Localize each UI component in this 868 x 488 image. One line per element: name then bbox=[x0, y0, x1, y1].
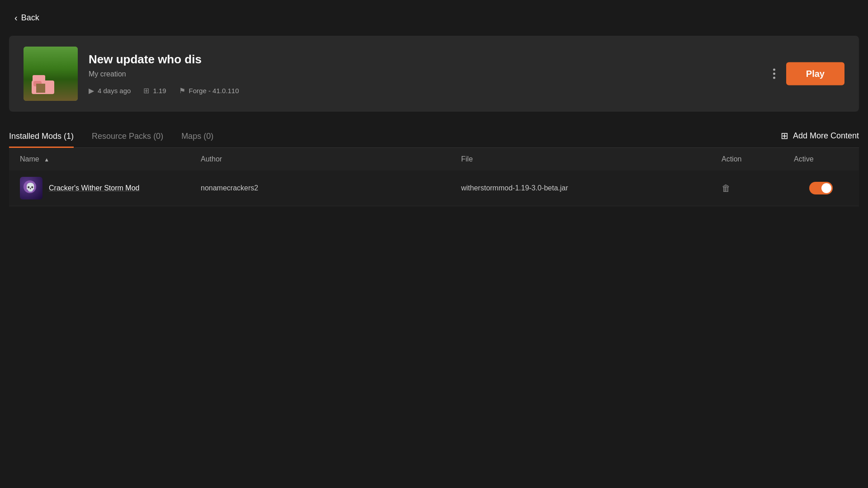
back-button[interactable]: ‹ Back bbox=[0, 0, 54, 36]
col-header-author: Author bbox=[201, 155, 461, 163]
tab-maps-count: (0) bbox=[203, 132, 213, 141]
tabs-section: Installed Mods (1) Resource Packs (0) Ma… bbox=[9, 126, 859, 148]
time-ago: 4 days ago bbox=[98, 87, 131, 95]
add-content-label: Add More Content bbox=[793, 131, 859, 141]
sort-icon: ▲ bbox=[44, 156, 49, 163]
tab-resource-packs-label: Resource Packs bbox=[92, 132, 153, 141]
meta-version: ⊞ 1.19 bbox=[143, 86, 166, 95]
puzzle-icon: ⊞ bbox=[781, 130, 788, 141]
loader-label: Forge - 41.0.110 bbox=[189, 87, 239, 95]
col-header-name: Name ▲ bbox=[20, 155, 201, 163]
mod-author: nonamecrackers2 bbox=[201, 184, 461, 192]
mod-action-cell: 🗑 bbox=[722, 183, 794, 194]
tab-maps-label: Maps bbox=[181, 132, 203, 141]
table-header: Name ▲ Author File Action Active bbox=[9, 148, 859, 171]
tab-installed-mods[interactable]: Installed Mods (1) bbox=[9, 126, 74, 148]
dot bbox=[773, 77, 775, 79]
more-options-button[interactable] bbox=[769, 65, 779, 83]
toggle-slider bbox=[809, 182, 833, 194]
tab-resource-packs[interactable]: Resource Packs (0) bbox=[92, 126, 163, 148]
tab-maps[interactable]: Maps (0) bbox=[181, 126, 213, 148]
mod-name-cell: Cracker's Wither Storm Mod bbox=[20, 177, 201, 199]
version-label: 1.19 bbox=[153, 87, 166, 95]
back-label: Back bbox=[21, 13, 39, 23]
profile-card: New update who dis My creation ▶ 4 days … bbox=[9, 36, 859, 112]
chevron-left-icon: ‹ bbox=[14, 13, 18, 23]
col-header-active: Active bbox=[794, 155, 848, 163]
tab-resource-packs-count: (0) bbox=[153, 132, 163, 141]
mod-active-cell bbox=[794, 182, 848, 194]
profile-subtitle: My creation bbox=[89, 70, 844, 78]
dot bbox=[773, 73, 775, 75]
col-header-action: Action bbox=[722, 155, 794, 163]
meta-time: ▶ 4 days ago bbox=[89, 86, 131, 95]
delete-button[interactable]: 🗑 bbox=[722, 183, 731, 194]
mod-thumbnail bbox=[20, 177, 42, 199]
profile-meta: ▶ 4 days ago ⊞ 1.19 ⚑ Forge - 41.0.110 bbox=[89, 86, 844, 95]
mod-file: witherstormmod-1.19-3.0-beta.jar bbox=[461, 184, 722, 192]
dot bbox=[773, 69, 775, 71]
trash-icon: 🗑 bbox=[722, 183, 731, 194]
version-icon: ⊞ bbox=[143, 86, 149, 95]
add-content-button[interactable]: ⊞ Add More Content bbox=[781, 130, 859, 147]
content-table: Name ▲ Author File Action Active Cracker… bbox=[9, 148, 859, 206]
play-button[interactable]: Play bbox=[786, 62, 844, 85]
profile-title: New update who dis bbox=[89, 52, 844, 66]
meta-loader: ⚑ Forge - 41.0.110 bbox=[179, 86, 239, 95]
profile-thumbnail bbox=[24, 47, 78, 101]
tab-installed-mods-count: (1) bbox=[64, 132, 74, 141]
loader-icon: ⚑ bbox=[179, 86, 185, 95]
tab-installed-mods-label: Installed Mods bbox=[9, 132, 64, 141]
profile-actions: Play bbox=[769, 62, 844, 85]
profile-info: New update who dis My creation ▶ 4 days … bbox=[89, 52, 844, 95]
table-row: Cracker's Wither Storm Mod nonamecracker… bbox=[9, 171, 859, 206]
active-toggle[interactable] bbox=[809, 182, 833, 194]
play-icon: ▶ bbox=[89, 86, 94, 95]
col-header-file: File bbox=[461, 155, 722, 163]
mod-name-link[interactable]: Cracker's Wither Storm Mod bbox=[49, 184, 139, 192]
